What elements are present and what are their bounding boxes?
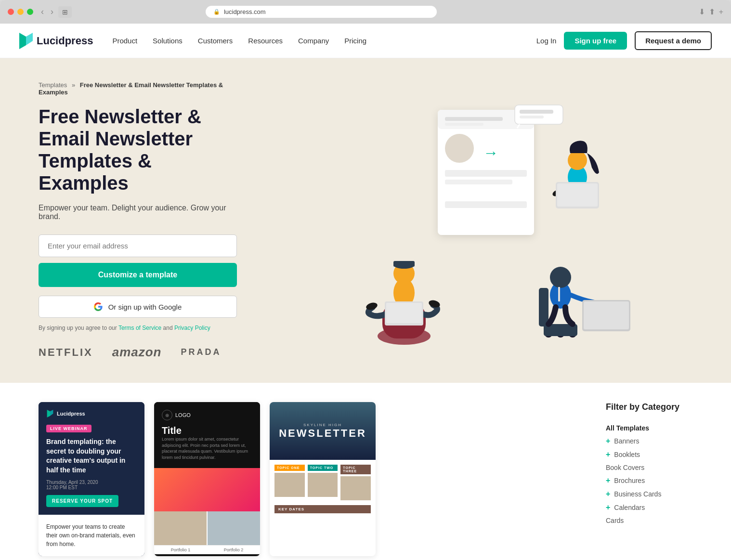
logo-icon — [19, 33, 33, 49]
maximize-dot[interactable] — [27, 9, 33, 15]
webinar-title: Brand templating: the secret to doubling… — [46, 437, 137, 475]
webinar-header: Lucidpress LIVE WEBINAR Brand templating… — [39, 402, 144, 515]
new-tab-button[interactable]: + — [719, 7, 723, 16]
bottom-section: Lucidpress LIVE WEBINAR Brand templating… — [0, 383, 731, 560]
nav-actions: Log In Sign up free Request a demo — [536, 31, 712, 50]
filter-brochures[interactable]: + Brochures — [606, 474, 692, 487]
svg-text:→: → — [483, 144, 498, 161]
svg-rect-2 — [445, 117, 503, 121]
logo-text: Lucidpress — [37, 35, 93, 47]
svg-rect-28 — [557, 183, 598, 207]
email-input[interactable] — [39, 234, 237, 257]
login-button[interactable]: Log In — [536, 37, 557, 45]
download-button[interactable]: ⬇ — [699, 7, 705, 16]
nav-links: Product Solutions Customers Resources Co… — [112, 37, 536, 45]
share-button[interactable]: ⬆ — [709, 7, 715, 16]
terms-link[interactable]: Terms of Service — [118, 325, 161, 331]
privacy-link[interactable]: Privacy Policy — [174, 325, 210, 331]
lock-icon: 🔒 — [213, 9, 220, 15]
hero-subtitle: Empower your team. Delight your audience… — [39, 204, 237, 221]
portfolio-template-card[interactable]: ⊕ LOGO Title Lorem ipsum dolor sit amet,… — [154, 402, 260, 556]
newsletter-bg: SKYLINE HIGH NEWSLETTER — [270, 402, 376, 460]
minimize-dot[interactable] — [17, 9, 24, 15]
portfolio-labels: Portfolio 1 Portfolio 2 — [154, 545, 260, 554]
svg-rect-11 — [520, 110, 553, 114]
filter-banners[interactable]: + Banners — [606, 434, 692, 448]
demo-button[interactable]: Request a demo — [635, 31, 712, 50]
webinar-footer: Empower your teams to create their own o… — [39, 515, 144, 556]
newsletter-overlay: SKYLINE HIGH NEWSLETTER — [270, 402, 376, 460]
logo[interactable]: Lucidpress — [19, 33, 93, 49]
filter-business-cards[interactable]: + Business Cards — [606, 487, 692, 501]
lucidpress-badge: Lucidpress — [46, 410, 137, 417]
navbar: Lucidpress Product Solutions Customers R… — [0, 24, 731, 58]
address-bar[interactable]: 🔒 lucidpress.com — [206, 6, 437, 18]
page: Lucidpress Product Solutions Customers R… — [0, 24, 731, 560]
newsletter-col2-header: TOPIC TWO — [308, 465, 338, 471]
netflix-logo: NETFLIX — [39, 346, 93, 359]
logo-circle: ⊕ — [162, 410, 172, 420]
newsletter-label: NEWSLETTER — [279, 427, 366, 440]
newsletter-col2-img — [308, 473, 338, 497]
google-btn-text: Or sign up with Google — [108, 303, 182, 311]
filter-booklets[interactable]: + Booklets — [606, 448, 692, 461]
webinar-date: Thursday, April 23, 2020 12:00 PM EST — [46, 480, 137, 490]
newsletter-template-card[interactable]: SKYLINE HIGH NEWSLETTER TOPIC ONE — [270, 402, 376, 556]
browser-nav: ‹ › ⊞ — [39, 6, 72, 18]
newsletter-body: TOPIC ONE TOPIC TWO TOPIC THREE — [270, 460, 376, 518]
svg-rect-3 — [445, 123, 483, 126]
newsletter-header: SKYLINE HIGH NEWSLETTER — [270, 402, 376, 460]
nav-company[interactable]: Company — [298, 37, 329, 45]
newsletter-col3-img — [340, 476, 371, 500]
template-cards: Lucidpress LIVE WEBINAR Brand templating… — [39, 402, 591, 556]
portfolio-title: Title — [162, 425, 252, 436]
lucidpress-badge-text: Lucidpress — [57, 411, 85, 417]
signup-button[interactable]: Sign up free — [564, 32, 627, 50]
google-icon — [94, 302, 103, 311]
url-text: lucidpress.com — [224, 8, 266, 15]
portfolio-image-left — [154, 511, 208, 545]
back-button[interactable]: ‹ — [39, 6, 46, 18]
skyline-label: SKYLINE HIGH — [303, 423, 342, 427]
google-signup-button[interactable]: Or sign up with Google — [39, 296, 237, 318]
webinar-footer-text: Empower your teams to create their own o… — [46, 522, 137, 548]
filter-book-covers[interactable]: Book Covers — [606, 461, 692, 474]
portfolio-label-2: Portfolio 2 — [207, 545, 260, 554]
hero-title: Free Newsletter & Email Newsletter Templ… — [39, 105, 237, 194]
nav-solutions[interactable]: Solutions — [153, 37, 183, 45]
nav-product[interactable]: Product — [112, 37, 137, 45]
newsletter-col1-header: TOPIC ONE — [274, 465, 305, 471]
nav-pricing[interactable]: Pricing — [344, 37, 366, 45]
newsletter-col-2: TOPIC TWO — [308, 465, 338, 502]
customize-button[interactable]: Customize a template — [39, 263, 237, 287]
nav-resources[interactable]: Resources — [248, 37, 283, 45]
hero-right: → — [260, 58, 731, 383]
portfolio-label-1: Portfolio 1 — [154, 545, 207, 554]
filter-all-templates[interactable]: All Templates — [606, 422, 692, 434]
svg-rect-9 — [515, 105, 563, 124]
svg-rect-8 — [445, 201, 527, 208]
svg-rect-36 — [558, 287, 560, 301]
svg-rect-22 — [386, 303, 422, 323]
portfolio-logo: ⊕ LOGO — [162, 410, 252, 420]
browser-titlebar: ‹ › ⊞ 🔒 lucidpress.com ⬇ ⬆ + — [0, 0, 731, 24]
live-webinar-tag: LIVE WEBINAR — [46, 425, 91, 432]
portfolio-header: ⊕ LOGO Title Lorem ipsum dolor sit amet,… — [154, 402, 260, 468]
reader-mode-button[interactable]: ⊞ — [58, 6, 72, 18]
nav-customers[interactable]: Customers — [198, 37, 233, 45]
filter-sidebar: Filter by Category All Templates + Banne… — [606, 402, 692, 527]
forward-button[interactable]: › — [49, 6, 55, 18]
filter-calendars[interactable]: + Calendars — [606, 501, 692, 514]
portfolio-image-right — [208, 511, 260, 545]
svg-rect-4 — [445, 134, 474, 163]
filter-cards[interactable]: Cards — [606, 514, 692, 527]
portfolio-body: Portfolio 1 Portfolio 2 — [154, 468, 260, 554]
svg-rect-6 — [445, 170, 527, 177]
hero-section: Templates » Free Newsletter & Email News… — [0, 58, 731, 383]
breadcrumb-link[interactable]: Templates — [39, 81, 67, 89]
hero-left: Templates » Free Newsletter & Email News… — [0, 58, 260, 383]
close-dot[interactable] — [8, 9, 14, 15]
reserve-spot-button[interactable]: RESERVE YOUR SPOT — [46, 495, 118, 507]
newsletter-col-1: TOPIC ONE — [274, 465, 305, 502]
webinar-template-card[interactable]: Lucidpress LIVE WEBINAR Brand templating… — [39, 402, 144, 556]
